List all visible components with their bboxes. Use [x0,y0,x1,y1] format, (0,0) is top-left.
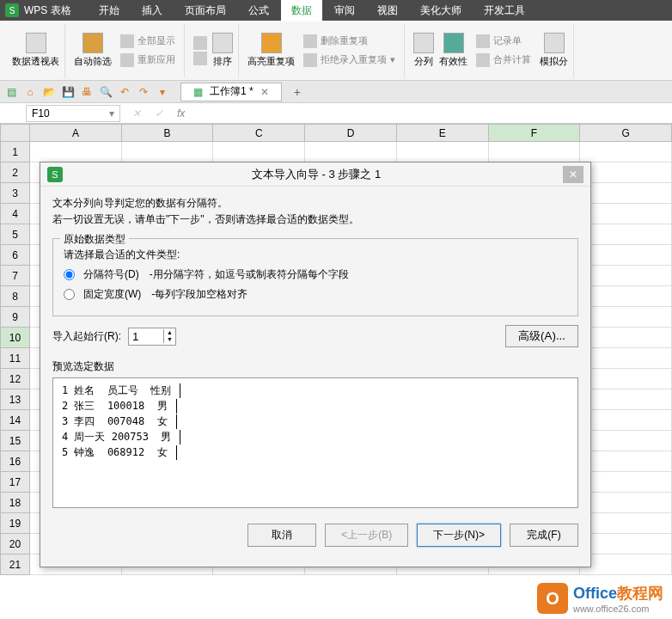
cell-G18[interactable] [580,493,672,513]
wps-menu-icon[interactable]: ▤ [3,84,19,100]
row-header-18[interactable]: 18 [1,493,30,513]
row-header-5[interactable]: 5 [1,224,30,245]
cell-G20[interactable] [580,534,672,555]
new-tab-button[interactable]: + [285,83,309,101]
row-header-12[interactable]: 12 [1,369,30,389]
text-to-columns-button[interactable]: 分列 [413,33,434,68]
cell-G10[interactable] [580,328,672,348]
col-header-G[interactable]: G [580,125,672,142]
cell-G15[interactable] [580,431,672,451]
namebox-dropdown-icon[interactable]: ▾ [109,107,114,120]
cell-D1[interactable] [305,142,397,162]
home-icon[interactable]: ⌂ [22,84,38,100]
cell-G19[interactable] [580,513,672,534]
row-header-15[interactable]: 15 [1,431,30,451]
row-header-7[interactable]: 7 [1,266,30,286]
cell-A1[interactable] [30,142,122,162]
row-header-8[interactable]: 8 [1,286,30,307]
record-button[interactable]: 记录单 [473,33,535,50]
row-header-3[interactable]: 3 [1,183,30,204]
print-preview-icon[interactable]: 🔍 [98,84,113,100]
qa-dropdown-icon[interactable]: ▾ [155,84,170,100]
row-header-1[interactable]: 1 [1,142,30,162]
row-header-21[interactable]: 21 [1,555,30,575]
row-header-6[interactable]: 6 [1,245,30,266]
row-header-19[interactable]: 19 [1,513,30,534]
cell-G14[interactable] [580,410,672,431]
startrow-input[interactable] [129,328,163,345]
redo-icon[interactable]: ↷ [136,84,151,100]
row-header-16[interactable]: 16 [1,451,30,472]
cell-G9[interactable] [580,307,672,328]
cell-G16[interactable] [580,451,672,472]
cell-G7[interactable] [580,266,672,286]
cell-E1[interactable] [396,142,488,162]
tab-beautify[interactable]: 美化大师 [410,0,472,21]
formula-input[interactable] [192,105,672,121]
cell-G11[interactable] [580,348,672,369]
col-header-B[interactable]: B [121,125,213,142]
autofilter-button[interactable]: 自动筛选 [74,33,112,68]
row-header-4[interactable]: 4 [1,204,30,224]
undo-icon[interactable]: ↶ [117,84,132,100]
advanced-button[interactable]: 高级(A)... [505,325,578,347]
print-icon[interactable]: 🖶 [79,84,95,100]
fx-icon[interactable]: fx [170,107,192,120]
row-header-2[interactable]: 2 [1,162,30,183]
cell-G5[interactable] [580,224,672,245]
removedup-button[interactable]: 删除重复项 [300,33,399,50]
name-box[interactable]: F10 ▾ [26,105,120,122]
tab-devtools[interactable]: 开发工具 [473,0,535,21]
cell-G21[interactable] [580,555,672,575]
cell-G13[interactable] [580,389,672,410]
col-header-A[interactable]: A [30,125,122,142]
cell-G4[interactable] [580,204,672,224]
row-header-13[interactable]: 13 [1,389,30,410]
tab-review[interactable]: 审阅 [324,0,365,21]
consolidate-button[interactable]: 合并计算 [473,52,535,69]
tab-data[interactable]: 数据 [281,0,322,21]
cell-G3[interactable] [580,183,672,204]
dialog-close-button[interactable]: ✕ [563,166,583,183]
next-button[interactable]: 下一步(N)> [417,524,501,547]
open-icon[interactable]: 📂 [41,84,57,100]
tab-formula[interactable]: 公式 [238,0,279,21]
col-header-E[interactable]: E [396,125,488,142]
confirm-edit-icon[interactable]: ✓ [148,107,170,120]
reapply-button[interactable]: 重新应用 [117,52,179,69]
col-header-F[interactable]: F [488,125,580,142]
tab-pagelayout[interactable]: 页面布局 [174,0,236,21]
cell-G1[interactable] [580,142,672,162]
spinner-up-icon[interactable]: ▲ [164,329,175,336]
highlight-dup-button[interactable]: 高亮重复项 [247,33,295,68]
cancel-edit-icon[interactable]: ✕ [125,107,148,120]
select-all-corner[interactable] [1,125,30,142]
tab-view[interactable]: 视图 [367,0,408,21]
row-header-11[interactable]: 11 [1,348,30,369]
rejectdup-button[interactable]: 拒绝录入重复项▾ [300,52,399,69]
whatif-button[interactable]: 模拟分 [540,33,568,68]
cell-G6[interactable] [580,245,672,266]
row-header-20[interactable]: 20 [1,534,30,555]
document-tab[interactable]: ▦ 工作簿1 * ✕ [180,83,282,101]
cell-G8[interactable] [580,286,672,307]
row-header-17[interactable]: 17 [1,472,30,493]
delimited-radio[interactable] [64,269,75,280]
showall-button[interactable]: 全部显示 [117,33,179,50]
cancel-button[interactable]: 取消 [247,524,316,547]
cell-G2[interactable] [580,162,672,183]
close-doc-icon[interactable]: ✕ [260,86,269,98]
cell-G17[interactable] [580,472,672,493]
tab-start[interactable]: 开始 [89,0,130,21]
finish-button[interactable]: 完成(F) [510,524,578,547]
sort-asc-icon[interactable] [193,36,207,50]
row-header-9[interactable]: 9 [1,307,30,328]
spinner-down-icon[interactable]: ▼ [164,336,175,343]
sort-desc-icon[interactable] [193,52,207,65]
save-icon[interactable]: 💾 [60,84,76,100]
col-header-C[interactable]: C [213,125,305,142]
cell-F1[interactable] [488,142,580,162]
fixed-width-radio[interactable] [64,289,75,300]
cell-G12[interactable] [580,369,672,389]
cell-B1[interactable] [121,142,213,162]
